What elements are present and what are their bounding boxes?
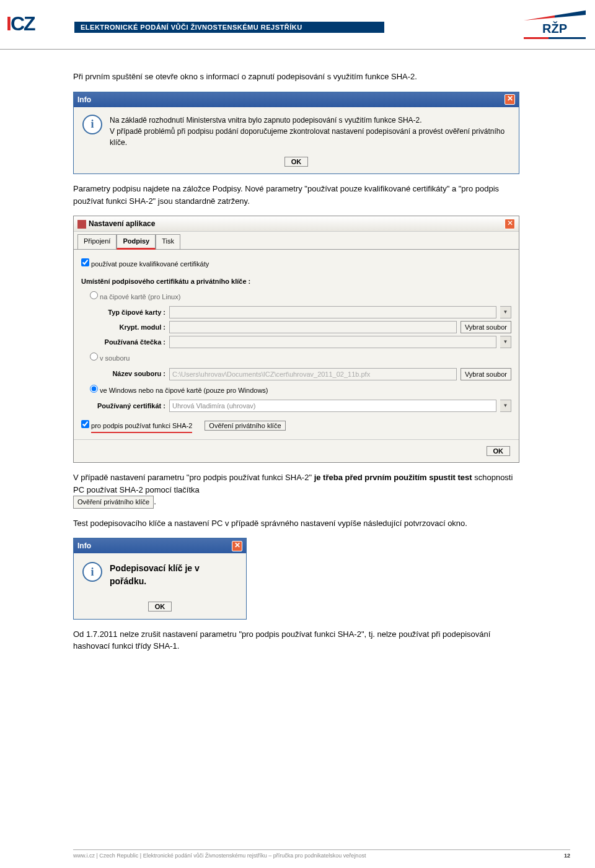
- verify-key-inline-button: Ověření privátního klíče: [73, 496, 154, 509]
- tab-panel-podpisy: používat pouze kvalifikované certifikáty…: [74, 250, 519, 439]
- combo-certificate[interactable]: [169, 400, 496, 412]
- tab-tisk[interactable]: Tisk: [156, 234, 180, 249]
- dialog-message: Na základě rozhodnutí Ministerstva vnitr…: [110, 115, 510, 148]
- paragraph-4: Test podepisovacího klíče a nastavení PC…: [73, 517, 522, 530]
- select-file-button-1[interactable]: Vybrat soubor: [461, 321, 511, 333]
- dialog-titlebar: Info ✕: [74, 92, 519, 107]
- paragraph-1: Při prvním spuštění se otevře okno s inf…: [73, 71, 522, 83]
- info-icon: i: [82, 562, 102, 582]
- info-dialog-key-ok: Info ✕ i Podepisovací klíč je v pořádku.…: [73, 538, 247, 620]
- dialog-titlebar: Info ✕: [74, 538, 246, 553]
- input-card-type: [169, 306, 496, 318]
- info-icon: i: [82, 115, 102, 134]
- dialog-title: Info: [77, 540, 91, 551]
- radio-chip-card[interactable]: na čipové kartě (pro Linux): [90, 293, 180, 300]
- close-icon[interactable]: ✕: [505, 219, 515, 229]
- tab-pripojeni[interactable]: Připojení: [77, 234, 117, 249]
- chevron-down-icon[interactable]: ▼: [500, 400, 511, 412]
- footer-text: www.i.cz | Czech Republic | Elektronické…: [73, 853, 366, 859]
- tab-strip: Připojení Podpisy Tisk: [74, 232, 519, 250]
- checkbox-sha2[interactable]: pro podpis používat funkci SHA-2: [81, 418, 192, 433]
- close-icon[interactable]: ✕: [232, 541, 242, 551]
- close-icon[interactable]: ✕: [505, 94, 515, 105]
- label-card-type: Typ čipové karty :: [81, 307, 165, 318]
- paragraph-2: Parametry podpisu najdete na záložce Pod…: [73, 183, 522, 207]
- ok-button[interactable]: OK: [284, 157, 309, 167]
- select-file-button-2[interactable]: Vybrat soubor: [461, 368, 511, 380]
- paragraph-3: V případě nastavení parametru "pro podpi…: [73, 471, 522, 509]
- info-dialog-sha2: Info ✕ i Na základě rozhodnutí Ministers…: [73, 92, 519, 175]
- logo-rzp: RŽP: [524, 9, 586, 39]
- content-area: Při prvním spuštění se otevře okno s inf…: [0, 50, 595, 652]
- input-file-name: [169, 368, 457, 380]
- settings-ok-button[interactable]: OK: [487, 446, 511, 456]
- label-crypt-module: Krypt. modul :: [81, 322, 165, 333]
- page-footer: www.i.cz | Czech Republic | Elektronické…: [73, 849, 570, 859]
- label-reader: Používaná čtečka :: [81, 337, 165, 348]
- swoosh-icon: [524, 9, 586, 20]
- settings-dialog: Nastavení aplikace ✕ Připojení Podpisy T…: [73, 216, 519, 463]
- header-bar: ELEKTRONICKÉ PODÁNÍ VŮČI ŽIVNOSTENSKÉMU …: [74, 22, 384, 33]
- tab-podpisy[interactable]: Podpisy: [117, 234, 156, 250]
- settings-titlebar: Nastavení aplikace ✕: [74, 216, 519, 232]
- page-header: ICZ ELEKTRONICKÉ PODÁNÍ VŮČI ŽIVNOSTENSK…: [0, 0, 595, 50]
- dialog-message: Podepisovací klíč je v pořádku.: [110, 562, 237, 588]
- logo-icz: ICZ: [6, 12, 35, 35]
- input-crypt-module: [169, 321, 457, 333]
- java-icon: [77, 220, 86, 229]
- radio-windows[interactable]: ve Windows nebo na čipové kartě (pouze p…: [90, 387, 268, 394]
- label-file-name: Název souboru :: [81, 369, 165, 379]
- checkbox-qualified-cert[interactable]: používat pouze kvalifikované certifikáty: [81, 260, 209, 268]
- ok-button[interactable]: OK: [148, 602, 172, 612]
- label-used-cert: Používaný certifikát :: [81, 401, 165, 411]
- dialog-title: Info: [77, 94, 91, 105]
- input-reader: [169, 336, 496, 348]
- paragraph-5: Od 1.7.2011 nelze zrušit nastavení param…: [73, 628, 522, 652]
- settings-title: Nastavení aplikace: [89, 219, 155, 228]
- chevron-down-icon[interactable]: ▼: [500, 306, 511, 318]
- section-cert-location: Umístění podpisového certifikátu a privá…: [81, 276, 511, 287]
- verify-key-button[interactable]: Ověření privátního klíče: [205, 421, 285, 431]
- chevron-down-icon[interactable]: ▼: [500, 336, 511, 348]
- page-number: 12: [564, 853, 570, 859]
- radio-in-file[interactable]: v souboru: [90, 354, 130, 362]
